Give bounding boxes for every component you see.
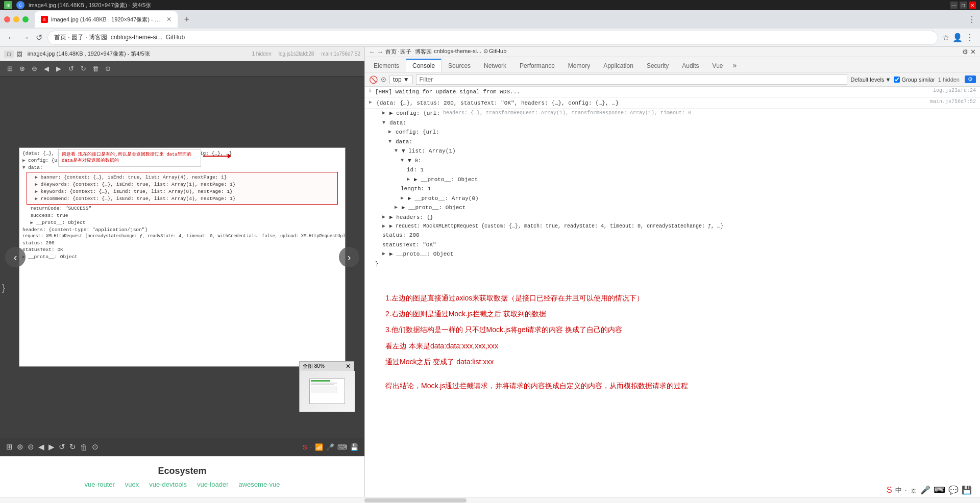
- simeji-icon[interactable]: S: [887, 486, 892, 495]
- tab-application[interactable]: Application: [597, 59, 640, 72]
- data-config-expand[interactable]: [388, 128, 395, 134]
- tool-next-icon[interactable]: ▶: [48, 442, 55, 451]
- list-expand[interactable]: [395, 147, 401, 153]
- group-similar-checkbox[interactable]: [894, 77, 900, 83]
- weather-icon[interactable]: ☼: [910, 486, 917, 495]
- wifi-icon[interactable]: 📶: [315, 443, 323, 451]
- devtools-settings-icon[interactable]: ⚙: [962, 48, 968, 56]
- zoom-out-btn[interactable]: ⊖: [29, 63, 40, 74]
- chrome-min-btn[interactable]: [13, 16, 19, 22]
- array-proto-expand[interactable]: [401, 194, 407, 200]
- default-levels-btn[interactable]: Default levels ▼: [850, 77, 891, 83]
- breadcrumb-theme[interactable]: cnblogs-theme-si...: [434, 48, 481, 56]
- devtools-right-arrow[interactable]: →: [377, 48, 383, 56]
- tool-zoom-in-icon[interactable]: ⊕: [17, 442, 23, 451]
- vue-router-link[interactable]: vue-router: [85, 481, 115, 488]
- tab-console[interactable]: Console: [406, 59, 442, 72]
- new-tab-btn[interactable]: +: [180, 12, 194, 27]
- fit-window-btn[interactable]: ⊞: [4, 63, 15, 74]
- bookmark-icon[interactable]: ☆: [942, 33, 949, 42]
- rotate-cw-btn[interactable]: ↻: [78, 63, 89, 74]
- devtools-close-icon[interactable]: ✕: [970, 48, 976, 56]
- chrome-max-btn[interactable]: [22, 16, 29, 22]
- breadcrumb-github[interactable]: GitHub: [489, 48, 506, 56]
- mic-icon[interactable]: 🎤: [326, 443, 334, 451]
- viewer-collapse-btn[interactable]: □: [4, 51, 14, 58]
- forward-btn[interactable]: →: [20, 32, 31, 43]
- reload-btn[interactable]: ↺: [35, 32, 43, 43]
- maximize-icon[interactable]: □: [960, 2, 967, 9]
- breadcrumb-garden[interactable]: 园子: [400, 48, 411, 56]
- save2-icon[interactable]: 💾: [962, 485, 972, 495]
- next-btn[interactable]: ›: [339, 247, 359, 267]
- tool-rotate-ccw-icon[interactable]: ↺: [59, 442, 65, 451]
- breadcrumb-cnblogs[interactable]: 博客园: [415, 48, 432, 56]
- user-icon[interactable]: 👤: [952, 33, 963, 42]
- sgame-icon[interactable]: S: [303, 443, 307, 451]
- awesome-vue-link[interactable]: awesome-vue: [238, 481, 280, 488]
- horizontal-scrollbar-thumb[interactable]: [364, 498, 467, 502]
- list0-expand[interactable]: [401, 157, 407, 163]
- prev-btn[interactable]: ‹: [5, 247, 26, 267]
- tab-vue[interactable]: Vue: [706, 59, 730, 72]
- data-data-expand[interactable]: [388, 138, 395, 144]
- group-similar-checkbox-label[interactable]: Group similar: [894, 77, 935, 83]
- tab-audits[interactable]: Audits: [675, 59, 705, 72]
- tab-network[interactable]: Network: [477, 59, 513, 72]
- extensions-icon[interactable]: ⋮: [968, 15, 976, 24]
- delete-btn[interactable]: 🗑: [90, 63, 101, 74]
- keyboard2-icon[interactable]: ⌨: [934, 485, 945, 495]
- github-icon[interactable]: ⊙: [483, 48, 488, 56]
- tab-more-btn[interactable]: »: [730, 59, 740, 72]
- close-icon[interactable]: ✕: [969, 2, 976, 9]
- request-expand[interactable]: [382, 222, 388, 229]
- tool-delete-icon[interactable]: 🗑: [80, 443, 88, 451]
- thumbnail-close-btn[interactable]: ✕: [346, 363, 351, 370]
- back-btn[interactable]: ←: [6, 32, 16, 43]
- rotate-ccw-btn[interactable]: ↺: [65, 63, 77, 74]
- config-expand[interactable]: [382, 109, 388, 115]
- response-source[interactable]: main.js756d7:52: [930, 99, 976, 105]
- tool-fit-icon[interactable]: ⊞: [6, 442, 13, 451]
- zoom-in-btn[interactable]: ⊕: [16, 63, 28, 74]
- devtools-left-arrow[interactable]: ←: [369, 48, 375, 56]
- chat-icon[interactable]: 💬: [948, 485, 959, 495]
- url-input[interactable]: [47, 31, 938, 45]
- apps-icon[interactable]: ⊞: [4, 1, 12, 9]
- vue-devtools-link[interactable]: vue-devtools: [149, 481, 187, 488]
- menu-icon[interactable]: ⋮: [966, 33, 974, 42]
- keyboard-icon[interactable]: ⌨: [337, 443, 347, 451]
- tool-fullscreen-icon[interactable]: ⊙: [92, 442, 99, 451]
- console-filter-btn[interactable]: ⊙: [381, 76, 386, 83]
- hmr-source1[interactable]: log.js23afd:24: [933, 88, 976, 93]
- data-expand[interactable]: [382, 119, 388, 125]
- filter-input[interactable]: [416, 74, 848, 85]
- tool-zoom-out-icon[interactable]: ⊖: [28, 442, 34, 451]
- tab-security[interactable]: Security: [640, 59, 675, 72]
- proto1-expand[interactable]: [407, 175, 413, 182]
- data-proto-expand[interactable]: [395, 204, 401, 210]
- save-icon[interactable]: 💾: [350, 443, 358, 451]
- console-clear-btn[interactable]: 🚫: [369, 76, 378, 84]
- root-proto-expand[interactable]: [382, 250, 388, 256]
- context-select[interactable]: top ▼: [389, 75, 413, 84]
- prev-image-btn[interactable]: ◀: [41, 63, 52, 74]
- tab-close-icon[interactable]: ✕: [166, 16, 172, 23]
- tab-elements[interactable]: Elements: [367, 59, 406, 72]
- active-tab[interactable]: S image4.jpg (146.48KB , 1920×947像素) - 第…: [35, 11, 178, 28]
- vue-loader-link[interactable]: vue-loader: [197, 481, 228, 488]
- tab-performance[interactable]: Performance: [513, 59, 561, 72]
- headers-expand[interactable]: [382, 213, 388, 219]
- view-mode-btn[interactable]: ⊙: [102, 63, 113, 74]
- mic2-icon[interactable]: 🎤: [920, 485, 930, 495]
- breadcrumb-home[interactable]: 首页: [385, 48, 397, 56]
- tool-prev-icon[interactable]: ◀: [38, 442, 44, 451]
- hidden-settings-btn[interactable]: ⚙: [965, 76, 976, 83]
- minimize-icon[interactable]: —: [950, 2, 958, 9]
- tool-rotate-cw-icon[interactable]: ↻: [69, 442, 76, 451]
- tab-memory[interactable]: Memory: [561, 59, 597, 72]
- next-image-btn[interactable]: ▶: [53, 63, 64, 74]
- tab-sources[interactable]: Sources: [442, 59, 477, 72]
- chrome-close-btn[interactable]: [4, 16, 10, 22]
- vuex-link[interactable]: vuex: [125, 481, 139, 488]
